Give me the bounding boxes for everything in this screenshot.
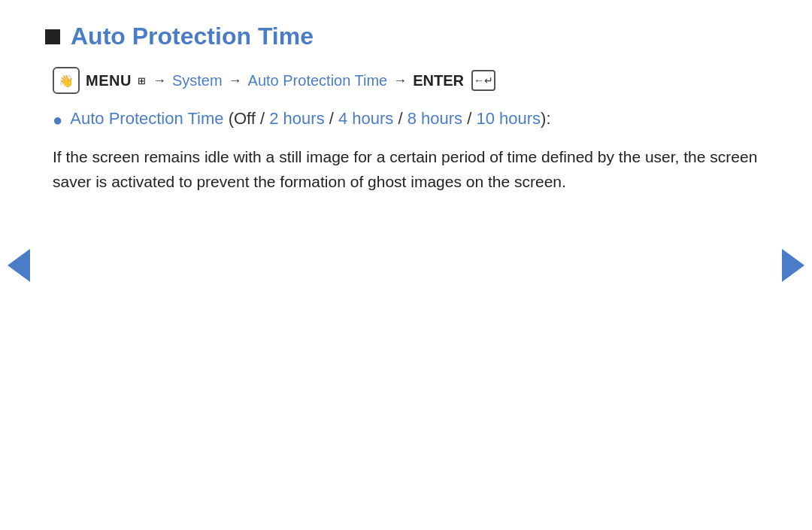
enter-icon: ←↵: [471, 70, 495, 91]
option-4hours: 4 hours: [338, 109, 393, 128]
bullet-dot: ●: [53, 109, 62, 132]
option-8hours: 8 hours: [408, 109, 462, 128]
enter-label: ENTER: [413, 72, 464, 89]
menu-hand-icon: 👋: [53, 67, 80, 94]
option-2hours: 2 hours: [269, 109, 324, 128]
page-title: Auto Protection Time: [71, 23, 314, 50]
menu-label: MENU: [86, 72, 132, 89]
bullet-content: Auto Protection Time (Off / 2 hours / 4 …: [70, 108, 550, 131]
arrow-2: →: [229, 73, 242, 89]
nav-left-button[interactable]: [8, 249, 30, 282]
nav-right-button[interactable]: [782, 249, 804, 282]
arrow-1: →: [153, 73, 166, 89]
bullet-term: Auto Protection Time: [70, 109, 223, 128]
bullet-row: ● Auto Protection Time (Off / 2 hours / …: [53, 108, 767, 132]
title-square-icon: [45, 29, 60, 44]
bullet-options: (Off / 2 hours / 4 hours / 8 hours / 10 …: [229, 109, 551, 128]
description-text: If the screen remains idle with a still …: [53, 144, 767, 195]
page-title-section: Auto Protection Time: [45, 23, 767, 50]
bullet-section: ● Auto Protection Time (Off / 2 hours / …: [53, 108, 767, 132]
arrow-3: →: [393, 73, 407, 89]
menu-path: 👋 MENU​⊞ → System → Auto Protection Time…: [53, 67, 767, 94]
system-link: System: [172, 72, 223, 89]
option-10hours: 10 hours: [476, 109, 541, 128]
menu-grid-icon: ​⊞: [138, 75, 147, 86]
apt-link: Auto Protection Time: [248, 72, 388, 89]
